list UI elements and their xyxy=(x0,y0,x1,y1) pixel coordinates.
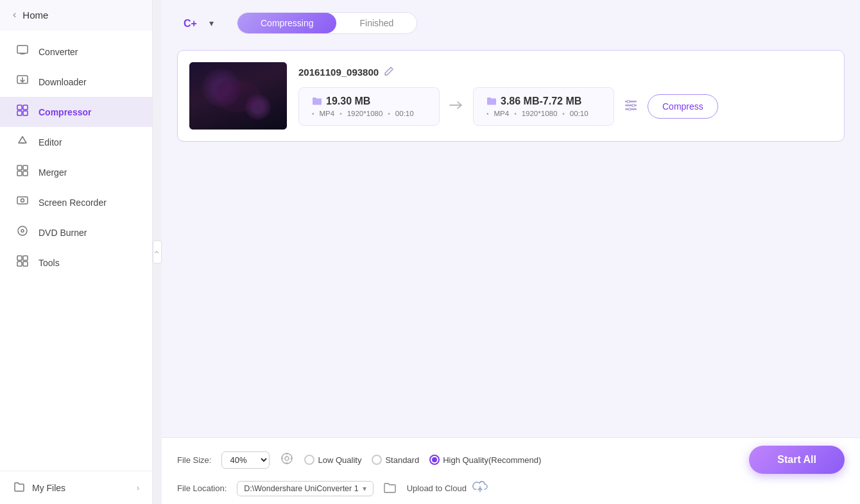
svg-rect-8 xyxy=(23,165,28,170)
file-thumbnail xyxy=(189,62,287,130)
svg-text:C+: C+ xyxy=(184,18,197,29)
file-name-row: 20161109_093800 xyxy=(298,66,832,78)
location-dropdown-icon: ▾ xyxy=(363,484,366,493)
source-size: 19.30 MB xyxy=(326,96,370,107)
main-content: C+ ▾ Compressing Finished xyxy=(162,0,860,504)
my-files-label: My Files xyxy=(32,483,65,493)
home-nav-item[interactable]: ‹ Home xyxy=(0,0,152,30)
thumb-svg xyxy=(212,77,264,115)
converter-icon xyxy=(15,44,30,60)
radio-low-circle xyxy=(304,455,314,465)
logo-dropdown-icon[interactable]: ▾ xyxy=(209,18,214,28)
content-area: 20161109_093800 xyxy=(162,41,860,437)
target-folder-icon xyxy=(486,96,497,107)
start-all-button[interactable]: Start All xyxy=(749,446,845,474)
location-value: D:\Wondershare UniConverter 1 xyxy=(244,484,358,493)
radio-high-quality[interactable]: High Quality(Recommend) xyxy=(429,455,541,465)
dvd-burner-icon xyxy=(15,224,30,240)
radio-standard-circle xyxy=(372,455,382,465)
file-target: 3.86 MB-7.72 MB • MP4 • 1920*1080 • 00:1… xyxy=(473,87,614,126)
source-dur-dot: • xyxy=(388,110,390,117)
logo-icon: C+ xyxy=(181,12,204,35)
file-details-row: 19.30 MB • MP4 • 1920*1080 • 00:10 xyxy=(298,87,832,126)
svg-rect-0 xyxy=(17,46,28,53)
target-size: 3.86 MB-7.72 MB xyxy=(501,96,581,107)
arrow-right-icon xyxy=(440,100,473,113)
svg-rect-5 xyxy=(23,111,28,115)
sidebar-item-converter[interactable]: Converter xyxy=(0,37,152,67)
tools-label: Tools xyxy=(39,258,60,268)
source-format: MP4 xyxy=(320,110,335,117)
my-files-arrow-icon: › xyxy=(137,483,139,492)
svg-point-26 xyxy=(627,100,630,103)
quality-settings-icon[interactable] xyxy=(280,451,294,469)
upload-to-cloud-label: Upload to Cloud xyxy=(407,483,467,493)
converter-label: Converter xyxy=(39,47,78,57)
source-resolution: 1920*1080 xyxy=(347,110,383,117)
sidebar-item-downloader[interactable]: Downloader xyxy=(0,67,152,97)
file-name-edit-icon[interactable] xyxy=(384,66,394,78)
file-settings-button[interactable] xyxy=(614,97,648,116)
svg-rect-18 xyxy=(23,262,28,266)
editor-icon xyxy=(15,134,30,150)
sidebar-item-compressor[interactable]: Compressor xyxy=(0,97,152,127)
sidebar-item-merger[interactable]: Merger xyxy=(0,157,152,187)
sidebar-nav: Converter Downloader Compres xyxy=(0,30,152,471)
svg-rect-17 xyxy=(17,262,22,266)
sidebar-item-editor[interactable]: Editor xyxy=(0,127,152,157)
bottom-row1: File Size: 40% 30% 50% 60% 70% 80% xyxy=(177,446,845,474)
home-label: Home xyxy=(22,10,48,21)
open-folder-icon[interactable] xyxy=(384,482,397,495)
thumbnail-inner xyxy=(189,62,287,130)
header: C+ ▾ Compressing Finished xyxy=(162,0,860,41)
svg-rect-4 xyxy=(17,111,22,115)
file-card: 20161109_093800 xyxy=(177,50,845,142)
source-size-row: 19.30 MB xyxy=(312,96,426,107)
source-meta: • MP4 • 1920*1080 • 00:10 xyxy=(312,110,426,117)
sidebar-item-dvd-burner[interactable]: DVD Burner xyxy=(0,217,152,248)
svg-rect-16 xyxy=(23,256,28,260)
file-name: 20161109_093800 xyxy=(298,67,379,78)
file-source: 19.30 MB • MP4 • 1920*1080 • 00:10 xyxy=(298,87,440,126)
tab-finished[interactable]: Finished xyxy=(336,13,417,33)
sidebar: ‹ Home Converter Downloader xyxy=(0,0,153,504)
tools-icon xyxy=(15,255,30,271)
sidebar-item-tools[interactable]: Tools xyxy=(0,248,152,278)
source-format-dot: • xyxy=(312,110,314,117)
target-meta: • MP4 • 1920*1080 • 00:10 xyxy=(486,110,601,117)
target-format: MP4 xyxy=(494,110,510,117)
svg-rect-2 xyxy=(17,105,22,110)
app-logo: C+ ▾ xyxy=(181,12,214,35)
radio-low-quality[interactable]: Low Quality xyxy=(304,455,361,465)
svg-rect-15 xyxy=(17,256,22,260)
radio-high-label: High Quality(Recommend) xyxy=(443,455,541,465)
sidebar-item-screen-recorder[interactable]: Screen Recorder xyxy=(0,187,152,217)
radio-low-label: Low Quality xyxy=(318,455,361,465)
tab-bar: Compressing Finished xyxy=(237,12,417,34)
sidebar-collapse-button[interactable]: ‹ xyxy=(153,240,162,264)
svg-point-27 xyxy=(632,104,635,106)
target-dur-dot: • xyxy=(562,110,565,117)
compressor-icon xyxy=(15,104,30,120)
my-files-nav-item[interactable]: My Files › xyxy=(0,471,152,504)
target-resolution: 1920*1080 xyxy=(522,110,558,117)
bottom-bar: File Size: 40% 30% 50% 60% 70% 80% xyxy=(162,437,860,504)
file-size-label: File Size: xyxy=(177,455,211,465)
screen-recorder-icon xyxy=(15,194,30,210)
svg-rect-10 xyxy=(23,171,28,176)
svg-point-28 xyxy=(628,108,631,110)
compress-button[interactable]: Compress xyxy=(648,94,718,119)
tab-compressing[interactable]: Compressing xyxy=(237,13,336,33)
svg-rect-11 xyxy=(17,197,28,204)
screen-recorder-label: Screen Recorder xyxy=(39,197,107,208)
source-folder-icon xyxy=(312,96,322,107)
file-info: 20161109_093800 xyxy=(298,66,832,126)
svg-point-14 xyxy=(21,230,24,232)
svg-point-30 xyxy=(285,457,289,460)
file-location-label: File Location: xyxy=(177,483,227,493)
chevron-left-icon: ‹ xyxy=(13,9,16,21)
file-size-select[interactable]: 40% 30% 50% 60% 70% 80% xyxy=(221,451,270,469)
upload-to-cloud-section[interactable]: Upload to Cloud xyxy=(407,480,488,496)
file-location-select[interactable]: D:\Wondershare UniConverter 1 ▾ xyxy=(237,481,373,496)
radio-standard[interactable]: Standard xyxy=(372,455,419,465)
